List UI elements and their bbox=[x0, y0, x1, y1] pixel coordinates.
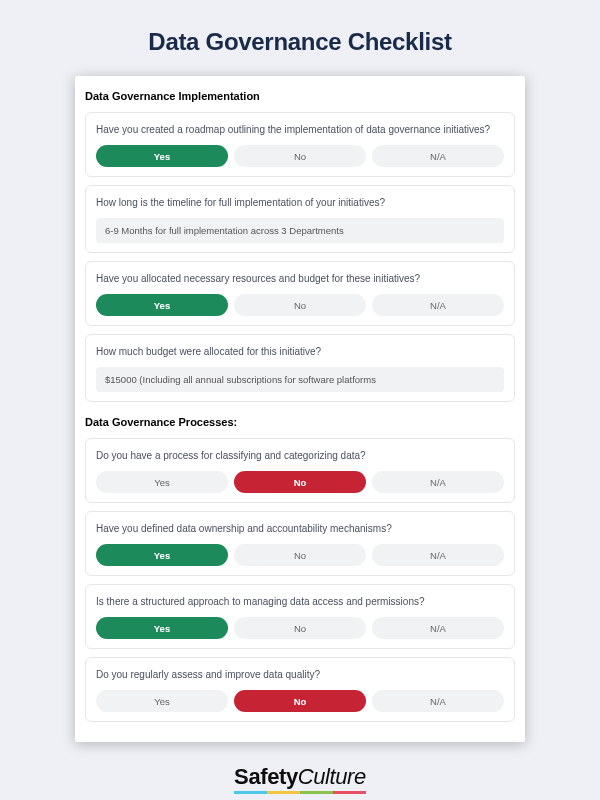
brand-light: Culture bbox=[298, 764, 366, 789]
question-card: Is there a structured approach to managi… bbox=[85, 584, 515, 649]
question-text: Have you created a roadmap outlining the… bbox=[96, 123, 504, 137]
option-button[interactable]: N/A bbox=[372, 294, 504, 316]
option-button[interactable]: N/A bbox=[372, 617, 504, 639]
option-button[interactable]: N/A bbox=[372, 145, 504, 167]
brand-bold: Safety bbox=[234, 764, 298, 789]
option-button[interactable]: N/A bbox=[372, 690, 504, 712]
option-button[interactable]: No bbox=[234, 145, 366, 167]
checklist-form: Data Governance ImplementationHave you c… bbox=[75, 76, 525, 742]
option-button[interactable]: No bbox=[234, 471, 366, 493]
question-text: How much budget were allocated for this … bbox=[96, 345, 504, 359]
question-card: How much budget were allocated for this … bbox=[85, 334, 515, 402]
option-button[interactable]: Yes bbox=[96, 145, 228, 167]
section-heading: Data Governance Implementation bbox=[85, 90, 515, 102]
option-button[interactable]: No bbox=[234, 294, 366, 316]
question-card: How long is the timeline for full implem… bbox=[85, 185, 515, 253]
brand-logo: SafetyCulture bbox=[234, 764, 366, 790]
option-row: YesNoN/A bbox=[96, 145, 504, 167]
option-button[interactable]: Yes bbox=[96, 617, 228, 639]
option-button[interactable]: Yes bbox=[96, 544, 228, 566]
option-row: YesNoN/A bbox=[96, 544, 504, 566]
option-row: YesNoN/A bbox=[96, 294, 504, 316]
question-text: Is there a structured approach to managi… bbox=[96, 595, 504, 609]
option-button[interactable]: No bbox=[234, 544, 366, 566]
question-card: Have you defined data ownership and acco… bbox=[85, 511, 515, 576]
section-heading: Data Governance Processes: bbox=[85, 416, 515, 428]
option-button[interactable]: No bbox=[234, 690, 366, 712]
brand-underline bbox=[234, 791, 366, 794]
option-row: YesNoN/A bbox=[96, 617, 504, 639]
question-card: Have you allocated necessary resources a… bbox=[85, 261, 515, 326]
option-button[interactable]: N/A bbox=[372, 471, 504, 493]
page-title: Data Governance Checklist bbox=[148, 28, 451, 56]
option-row: YesNoN/A bbox=[96, 471, 504, 493]
text-answer[interactable]: $15000 (Including all annual subscriptio… bbox=[96, 367, 504, 392]
question-text: Do you have a process for classifying an… bbox=[96, 449, 504, 463]
text-answer[interactable]: 6-9 Months for full implementation acros… bbox=[96, 218, 504, 243]
question-text: Have you allocated necessary resources a… bbox=[96, 272, 504, 286]
option-button[interactable]: Yes bbox=[96, 471, 228, 493]
option-button[interactable]: No bbox=[234, 617, 366, 639]
option-button[interactable]: Yes bbox=[96, 294, 228, 316]
question-text: How long is the timeline for full implem… bbox=[96, 196, 504, 210]
question-card: Have you created a roadmap outlining the… bbox=[85, 112, 515, 177]
option-button[interactable]: N/A bbox=[372, 544, 504, 566]
question-card: Do you have a process for classifying an… bbox=[85, 438, 515, 503]
question-card: Do you regularly assess and improve data… bbox=[85, 657, 515, 722]
question-text: Have you defined data ownership and acco… bbox=[96, 522, 504, 536]
option-row: YesNoN/A bbox=[96, 690, 504, 712]
option-button[interactable]: Yes bbox=[96, 690, 228, 712]
question-text: Do you regularly assess and improve data… bbox=[96, 668, 504, 682]
